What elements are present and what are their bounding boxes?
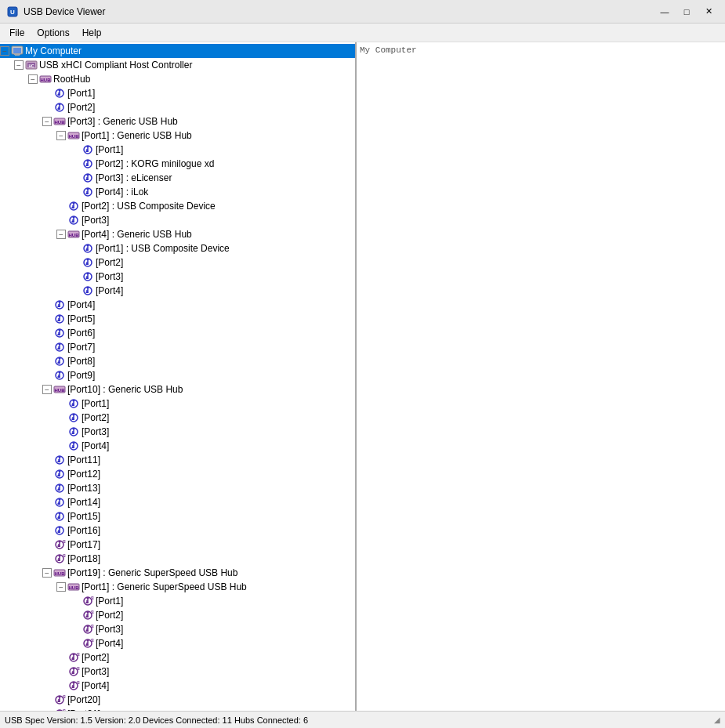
tree-item[interactable]: [Port6] [0,326,355,340]
svg-rect-3 [13,48,21,53]
tree-item-label: RootHub [53,74,90,85]
detail-panel[interactable]: My Computer [357,42,725,711]
expand-btn[interactable]: − [0,46,9,56]
tree-item[interactable]: [Port2] : KORG minilogue xd [0,157,355,171]
tree-item[interactable]: SS [Port17] [0,538,355,552]
tree-item-label: [Port4] [96,638,123,649]
tree-item-label: [Port3] [82,426,109,437]
usb-icon [53,482,66,494]
tree-item-label: [Port19] : Generic SuperSpeed USB Hub [67,567,237,578]
tree-item[interactable]: SS [Port1] [0,594,355,608]
expand-btn[interactable]: − [28,74,38,84]
tree-item[interactable]: [Port15] [0,509,355,523]
maximize-button[interactable]: □ [676,4,697,20]
tree-item[interactable]: − HUB [Port19] : Generic SuperSpeed USB … [0,566,355,580]
tree-item[interactable]: [Port3] [0,425,355,439]
tree-item[interactable]: − HUB [Port4] : Generic USB Hub [0,227,355,241]
tree-item[interactable]: [Port12] [0,467,355,481]
hub-icon: HUB [67,581,80,593]
expand-btn[interactable]: − [42,385,52,394]
tree-item[interactable]: − HUB [Port1] : Generic SuperSpeed USB H… [0,580,355,594]
tree-item[interactable]: [Port2] [0,411,355,425]
tree-item[interactable]: [Port1] : USB Composite Device [0,241,355,255]
status-text: USB Spec Version: 1.5 Version: 2.0 Devic… [5,715,308,725]
tree-item[interactable]: [Port2] [0,255,355,270]
tree-item-label: [Port12] [67,469,100,480]
tree-item-label: [Port3] : eLicenser [96,172,172,183]
tree-item[interactable]: − HUB RootHub [0,72,355,86]
expand-btn[interactable]: − [14,60,24,70]
tree-item[interactable]: [Port11] [0,453,355,467]
tree-item[interactable]: [Port4] [0,284,355,298]
usb-icon [53,524,66,537]
close-button[interactable]: ✕ [698,4,719,20]
svg-rect-122 [58,503,60,505]
tree-item[interactable]: [Port1] [0,397,355,411]
usb-icon [53,355,66,368]
tree-item-label: [Port9] [67,370,95,381]
expand-btn[interactable]: − [56,131,66,140]
svg-text:HUB: HUB [69,585,80,590]
tree-item[interactable]: [Port2] [0,100,355,114]
tree-item[interactable]: [Port16] [0,523,355,538]
tree-panel[interactable]: − My Computer− HC USB xHCI Compliant Hos… [0,42,357,711]
tree-item[interactable]: [Port14] [0,495,355,509]
tree-item[interactable]: [Port3] [0,270,355,284]
usb-icon [82,270,94,283]
expand-btn[interactable]: − [56,582,66,592]
tree-item[interactable]: [Port3] : eLicenser [0,171,355,185]
tree-item[interactable]: [Port3] [0,213,355,227]
svg-rect-183 [58,701,60,702]
tree-item[interactable]: − HUB [Port10] : Generic USB Hub [0,382,355,397]
svg-rect-163 [86,644,89,646]
usb-icon [82,284,94,297]
tree-item[interactable]: [Port8] [0,354,355,368]
svg-rect-60 [86,277,89,279]
ss-icon: SS [67,665,80,678]
tree-item[interactable]: [Port13] [0,481,355,495]
expand-btn[interactable]: − [56,230,66,239]
menu-options[interactable]: Options [31,26,75,40]
tree-item[interactable]: − HUB [Port1] : Generic USB Hub [0,129,355,143]
tree-item[interactable]: SS [Port20] [0,693,355,707]
tree-item[interactable]: SS [Port18] [0,552,355,566]
tree-item[interactable]: [Port4] : iLok [0,185,355,199]
expand-btn[interactable]: − [42,117,52,126]
tree-item[interactable]: − My Computer [0,44,355,58]
svg-rect-34 [86,179,89,180]
menu-file[interactable]: File [3,26,31,40]
tree-item[interactable]: [Port1] [0,143,355,157]
tree-item[interactable]: − HC USB xHCI Compliant Host Controller [0,58,355,72]
svg-text:HUB: HUB [41,78,52,82]
tree-item[interactable]: [Port7] [0,340,355,354]
svg-rect-130 [58,531,60,533]
tree-item-label: [Port3] [82,666,109,677]
tree-item[interactable]: [Port1] [0,86,355,100]
tree-item[interactable]: [Port9] [0,368,355,382]
tree-item[interactable]: [Port5] [0,312,355,326]
tree-item[interactable]: − HUB [Port3] : Generic USB Hub [0,114,355,129]
ss-icon: SS [53,694,66,706]
hub-icon: HUB [67,228,80,241]
tree-item[interactable]: SS [Port4] [0,636,355,650]
tree-item[interactable]: [Port4] [0,439,355,453]
tree-item-label: [Port5] [67,313,95,324]
tree-item-label: [Port7] [67,342,95,353]
menu-help[interactable]: Help [76,26,108,40]
svg-rect-5 [15,55,20,56]
tree-item[interactable]: SS [Port2] [0,650,355,665]
tree-item[interactable]: SS [Port3] [0,665,355,679]
expand-btn[interactable]: − [42,568,52,578]
tree-item[interactable]: SS [Port4] [0,679,355,693]
svg-rect-72 [58,320,60,321]
tree-item[interactable]: [Port2] : USB Composite Device [0,199,355,213]
minimize-button[interactable]: — [654,4,675,20]
svg-rect-94 [72,404,74,406]
tree-item-label: [Port18] [67,553,100,564]
usb-icon [82,143,94,156]
tree-item[interactable]: SS [Port2] [0,608,355,622]
svg-text:SS: SS [63,553,66,558]
tree-item-label: [Port1] : Generic SuperSpeed USB Hub [82,581,247,592]
tree-item[interactable]: [Port4] [0,298,355,312]
tree-item[interactable]: SS [Port3] [0,622,355,636]
